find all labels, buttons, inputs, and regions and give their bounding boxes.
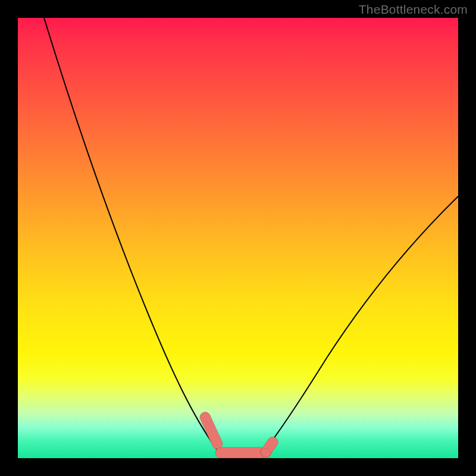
chart-frame: TheBottleneck.com [0,0,476,476]
marker-blob-left [200,412,223,449]
curves-layer [18,18,458,458]
marker-blob-right [261,437,278,457]
plot-area [18,18,458,458]
marker-blob-bottom [215,447,267,458]
left-bottleneck-curve [44,18,223,456]
optimum-markers [200,412,278,458]
watermark-text: TheBottleneck.com [359,2,468,17]
right-bottleneck-curve [261,196,458,455]
